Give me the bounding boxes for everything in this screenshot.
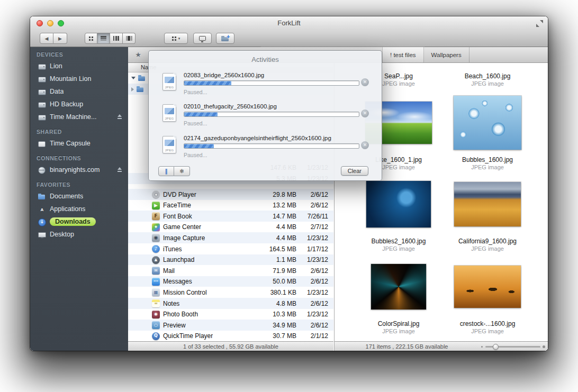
activities-controls: ‖ ✻ [158, 166, 190, 176]
file-row-image-capture[interactable]: ◉Image Capture4.4 MB1/23/12 [128, 232, 333, 243]
file-row-facetime[interactable]: ▶FaceTime13.2 MB2/6/12 [128, 200, 333, 211]
file-item-colorspiral-jpg[interactable]: ColorSpiral.jpgJPEG image [356, 258, 441, 334]
view-options-menu-button[interactable]: ▾ [164, 33, 188, 44]
file-size: 4.8 MB [254, 300, 296, 307]
sidebar-item-desktop[interactable]: Desktop [30, 228, 128, 241]
zoom-button[interactable] [58, 20, 64, 26]
view-list-button[interactable] [97, 33, 110, 44]
file-name: Mission Control [163, 289, 207, 296]
task-progressbar [184, 112, 359, 117]
sidebar-item-hd-backup[interactable]: HD Backup [30, 98, 128, 111]
sidebar-item-mountain-lion[interactable]: Mountain Lion [30, 72, 128, 85]
minimize-button[interactable] [47, 20, 53, 26]
sidebar-item-label: Applications [50, 205, 85, 213]
file-row-preview[interactable]: ○Preview34.9 MB2/6/12 [128, 320, 333, 331]
sidebar-item-label: binarynights.com [50, 166, 100, 174]
file-date: 1/17/12 [299, 245, 328, 253]
breadcrumb-test-files[interactable]: ! test files [382, 47, 424, 62]
folder-icon [38, 193, 47, 200]
favorites-star-button[interactable]: ★ [131, 49, 145, 60]
image-thumbnail [454, 182, 521, 226]
task-progress-fill [184, 112, 218, 116]
file-row-dvd-player[interactable]: DVD Player29.8 MB2/6/12 [128, 189, 333, 200]
sync-button[interactable] [193, 33, 212, 44]
forward-button[interactable]: ▶ [53, 33, 67, 44]
file-row-font-book[interactable]: FFont Book14.7 MB7/26/11 [128, 211, 333, 222]
file-kind: JPEG image [356, 328, 441, 334]
sidebar-item-applications[interactable]: AApplications [30, 203, 128, 215]
back-button[interactable]: ◀ [40, 33, 53, 44]
pause-button[interactable]: ‖ [158, 166, 174, 176]
file-item-crestock-1600-jpg[interactable]: crestock-...1600.jpgJPEG image [445, 258, 530, 334]
file-kind: JPEG image [356, 245, 441, 252]
file-name: iTunes [163, 245, 182, 253]
file-row-itunes[interactable]: ♪iTunes164.5 MB1/17/12 [128, 243, 333, 254]
file-size: 10.3 MB [254, 311, 296, 318]
title-bar[interactable]: ForkLift [30, 16, 548, 30]
disclosure-closed-icon[interactable] [131, 87, 134, 92]
eject-button[interactable] [116, 167, 123, 173]
sidebar-section-header-devices: DEVICES [37, 51, 122, 58]
file-row-mission-control[interactable]: ▦Mission Control380.1 KB1/23/12 [128, 287, 333, 298]
sidebar-item-downloads[interactable]: ↓Downloads [30, 215, 128, 228]
new-folder-button[interactable]: + [216, 33, 234, 44]
jpeg-badge: JPEG [163, 86, 176, 89]
file-row-game-center[interactable]: ✦Game Center4.4 MB2/7/12 [128, 222, 333, 233]
file-item-beach-1600-jpg[interactable]: Beach_1600.jpgJPEG image [445, 63, 530, 87]
view-coverflow-button[interactable] [123, 33, 136, 44]
file-row-quicktime-player[interactable]: QQuickTime Player30.7 MB2/1/12 [128, 331, 333, 341]
new-folder-icon: + [221, 35, 230, 42]
drive-icon [38, 101, 47, 108]
close-button[interactable] [37, 20, 43, 26]
list-view-icon [101, 36, 106, 41]
file-size: 4.4 MB [254, 234, 296, 242]
file-kind: JPEG image [445, 328, 530, 334]
file-name: Bubbles_1600.jpg [445, 156, 530, 163]
image-thumbnail [454, 266, 521, 308]
thumbnail-area [356, 175, 441, 233]
sidebar-item-data[interactable]: Data [30, 85, 128, 98]
file-item-california9-1600-jpg[interactable]: California9_1600.jpgJPEG image [445, 175, 530, 252]
jpeg-file-icon: JPEG [162, 73, 176, 90]
photobooth-app-icon: ◉ [152, 311, 160, 318]
sidebar-section-header-connections: CONNECTIONS [37, 155, 122, 161]
file-item-bubbles-1600-jpg[interactable]: Bubbles_1600.jpgJPEG image [445, 94, 530, 170]
remote-screen-icon [199, 36, 206, 41]
cancel-task-button[interactable]: ✕ [361, 110, 369, 117]
file-date: 2/6/12 [299, 202, 328, 209]
task-progressbar [184, 80, 359, 86]
task-progress-fill [184, 81, 231, 85]
breadcrumb-wallpapers[interactable]: Wallpapers [424, 47, 469, 62]
file-row-messages[interactable]: …Messages50.0 MB2/6/12 [128, 276, 333, 287]
settings-gear-button[interactable]: ✻ [174, 166, 190, 176]
task-progressbar [184, 143, 359, 149]
sidebar-item-binarynights-com[interactable]: binarynights.com [30, 163, 128, 176]
file-item-bubbles2-1600-jpg[interactable]: Bubbles2_1600.jpgJPEG image [356, 175, 441, 252]
file-name: ColorSpiral.jpg [356, 320, 441, 327]
sidebar-item-lion[interactable]: Lion [30, 60, 128, 72]
sidebar-item-label: Desktop [50, 231, 74, 238]
eject-button[interactable] [116, 114, 123, 120]
file-name: QuickTime Player [163, 332, 213, 340]
file-kind: JPEG image [445, 245, 530, 252]
view-columns-button[interactable] [110, 33, 123, 44]
file-row-launchpad[interactable]: ▲Launchpad1.1 MB1/23/12 [128, 254, 333, 266]
folder-icon [138, 74, 147, 82]
fullscreen-icon[interactable] [536, 20, 543, 27]
file-row-photo-booth[interactable]: ◉Photo Booth10.3 MB1/23/12 [128, 309, 333, 320]
file-name: Launchpad [163, 256, 194, 263]
sidebar-item-documents[interactable]: Documents [30, 190, 128, 203]
cancel-task-button[interactable]: ✕ [361, 78, 369, 86]
zoom-slider[interactable] [485, 346, 540, 348]
zoom-slider-knob[interactable] [493, 344, 499, 350]
sidebar-item-time-machine[interactable]: Time Machine... [30, 111, 128, 123]
letter-a-icon: A [38, 205, 47, 213]
cancel-task-button[interactable]: ✕ [361, 141, 369, 149]
file-row-notes[interactable]: ≡Notes4.8 MB2/6/12 [128, 298, 333, 309]
file-row-mail[interactable]: ✉Mail71.9 MB2/6/12 [128, 265, 333, 276]
view-icons-button[interactable] [85, 33, 97, 44]
sidebar-item-time-capsule[interactable]: Time Capsule [30, 137, 128, 150]
file-date: 1/23/12 [299, 234, 328, 242]
disclosure-open-icon[interactable] [131, 77, 136, 79]
clear-button[interactable]: Clear [341, 166, 368, 176]
